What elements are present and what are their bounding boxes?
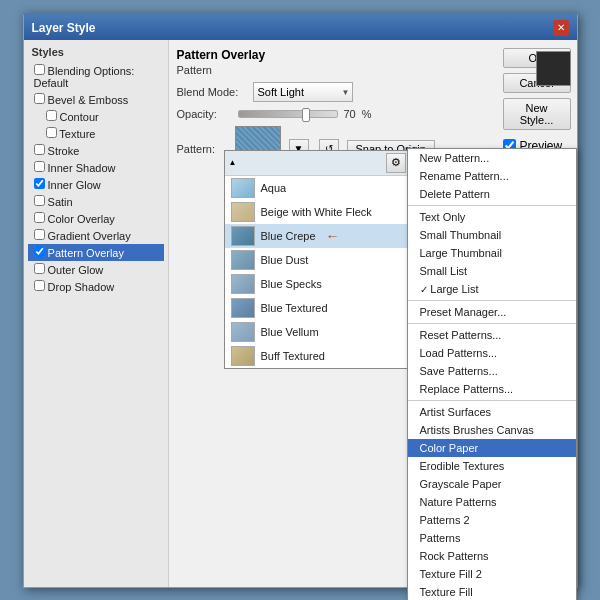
menu-reset-patterns[interactable]: Reset Patterns... [408,326,576,344]
pattern-label-bluecrepe: Blue Crepe [261,230,316,242]
satin-checkbox[interactable] [34,195,45,206]
center-panel: Pattern Overlay Pattern Blend Mode: Soft… [169,40,497,587]
picker-list: Aqua Beige with White Fleck Blue Crepe ←… [225,176,408,368]
styles-label: Styles [28,44,164,62]
menu-small-thumbnail[interactable]: Small Thumbnail [408,226,576,244]
blend-mode-select[interactable]: Soft Light Normal Multiply Screen Overla… [253,82,353,102]
color-overlay-checkbox[interactable] [34,212,45,223]
menu-nature-patterns[interactable]: Nature Patterns [408,493,576,511]
inner-glow-checkbox[interactable] [34,178,45,189]
pattern-label-bluedust: Blue Dust [261,254,309,266]
menu-artist-surfaces[interactable]: Artist Surfaces [408,403,576,421]
blend-mode-row: Blend Mode: Soft Light Normal Multiply S… [177,82,489,102]
menu-sep-1 [408,205,576,206]
outer-glow-checkbox[interactable] [34,263,45,274]
sidebar-item-gradient-overlay[interactable]: Gradient Overlay [28,227,164,244]
picker-gear-button[interactable]: ⚙ [386,153,406,173]
section-title: Pattern Overlay [177,48,489,62]
swatch-bluecrepe [231,226,255,246]
percent-sign: % [362,108,372,120]
sidebar-item-pattern-overlay[interactable]: Pattern Overlay [28,244,164,261]
menu-texture-fill[interactable]: Texture Fill [408,583,576,601]
swatch-bluedust [231,250,255,270]
menu-new-pattern[interactable]: New Pattern... [408,149,576,167]
swatch-bluevellum [231,322,255,342]
stroke-checkbox[interactable] [34,144,45,155]
menu-large-thumbnail[interactable]: Large Thumbnail [408,244,576,262]
menu-rename-pattern[interactable]: Rename Pattern... [408,167,576,185]
pattern-item-buff[interactable]: Buff Textured [225,344,408,368]
pattern-overlay-checkbox[interactable] [34,246,45,257]
pattern-label-bluevellum: Blue Vellum [261,326,319,338]
pattern-label-bluetextured: Blue Textured [261,302,328,314]
pattern-item-beige[interactable]: Beige with White Fleck [225,200,408,224]
swatch-bluespecks [231,274,255,294]
sidebar-item-outer-glow[interactable]: Outer Glow [28,261,164,278]
pattern-label: Pattern: [177,143,227,155]
opacity-slider[interactable] [238,110,338,118]
opacity-thumb[interactable] [302,108,310,122]
pattern-item-bluespecks[interactable]: Blue Specks [225,272,408,296]
menu-sep-3 [408,323,576,324]
pattern-label-beige: Beige with White Fleck [261,206,372,218]
section-subtitle: Pattern [177,64,489,76]
menu-replace-patterns[interactable]: Replace Patterns... [408,380,576,398]
pattern-item-bluedust[interactable]: Blue Dust [225,248,408,272]
pattern-item-bluetextured[interactable]: Blue Textured [225,296,408,320]
sidebar-item-drop-shadow[interactable]: Drop Shadow [28,278,164,295]
layer-style-dialog: Layer Style ✕ Styles Blending Options: D… [23,13,578,588]
menu-small-list[interactable]: Small List [408,262,576,280]
menu-sep-2 [408,300,576,301]
contour-checkbox[interactable] [46,110,57,121]
new-style-button[interactable]: New Style... [503,98,571,130]
sidebar-item-color-overlay[interactable]: Color Overlay [28,210,164,227]
sidebar-item-bevel-emboss[interactable]: Bevel & Emboss [28,91,164,108]
menu-text-only[interactable]: Text Only [408,208,576,226]
menu-patterns-2[interactable]: Patterns 2 [408,511,576,529]
sidebar-item-texture[interactable]: Texture [28,125,164,142]
menu-large-list[interactable]: Large List [408,280,576,298]
drop-shadow-checkbox[interactable] [34,280,45,291]
menu-erodible-textures[interactable]: Erodible Textures [408,457,576,475]
blend-mode-wrapper: Soft Light Normal Multiply Screen Overla… [253,82,353,102]
menu-save-patterns[interactable]: Save Patterns... [408,362,576,380]
inner-shadow-checkbox[interactable] [34,161,45,172]
menu-texture-fill-2[interactable]: Texture Fill 2 [408,565,576,583]
menu-load-patterns[interactable]: Load Patterns... [408,344,576,362]
opacity-value: 70 [344,108,356,120]
picker-toolbar: ▲ ⚙ [225,151,408,176]
context-menu: New Pattern... Rename Pattern... Delete … [407,148,577,601]
sidebar-item-contour[interactable]: Contour [28,108,164,125]
sidebar-item-inner-shadow[interactable]: Inner Shadow [28,159,164,176]
menu-preset-manager[interactable]: Preset Manager... [408,303,576,321]
swatch-beige [231,202,255,222]
pattern-item-bluecrepe[interactable]: Blue Crepe ← [225,224,408,248]
gradient-overlay-checkbox[interactable] [34,229,45,240]
pattern-label-bluespecks: Blue Specks [261,278,322,290]
menu-color-paper[interactable]: Color Paper [408,439,576,457]
sidebar-item-inner-glow[interactable]: Inner Glow [28,176,164,193]
dialog-body: Styles Blending Options: Default Bevel &… [24,40,577,587]
menu-artists-brushes[interactable]: Artists Brushes Canvas [408,421,576,439]
pattern-item-bluevellum[interactable]: Blue Vellum [225,320,408,344]
menu-delete-pattern[interactable]: Delete Pattern [408,185,576,203]
bevel-emboss-checkbox[interactable] [34,93,45,104]
menu-sep-4 [408,400,576,401]
blending-options-checkbox[interactable] [34,64,45,75]
preview-swatch [536,51,571,86]
pattern-picker: ▲ ⚙ Aqua Beige with White Fleck Blue Cre… [224,150,409,369]
swatch-aqua [231,178,255,198]
title-bar: Layer Style ✕ [24,16,577,40]
sidebar-item-blending-options[interactable]: Blending Options: Default [28,62,164,91]
sidebar-item-satin[interactable]: Satin [28,193,164,210]
sidebar-item-stroke[interactable]: Stroke [28,142,164,159]
picker-scroll-up[interactable]: ▲ [227,157,239,169]
menu-patterns[interactable]: Patterns [408,529,576,547]
pattern-item-aqua[interactable]: Aqua [225,176,408,200]
menu-rock-patterns[interactable]: Rock Patterns [408,547,576,565]
blend-mode-label: Blend Mode: [177,86,247,98]
menu-grayscale-paper[interactable]: Grayscale Paper [408,475,576,493]
texture-checkbox[interactable] [46,127,57,138]
pattern-label-aqua: Aqua [261,182,287,194]
close-button[interactable]: ✕ [553,20,569,36]
